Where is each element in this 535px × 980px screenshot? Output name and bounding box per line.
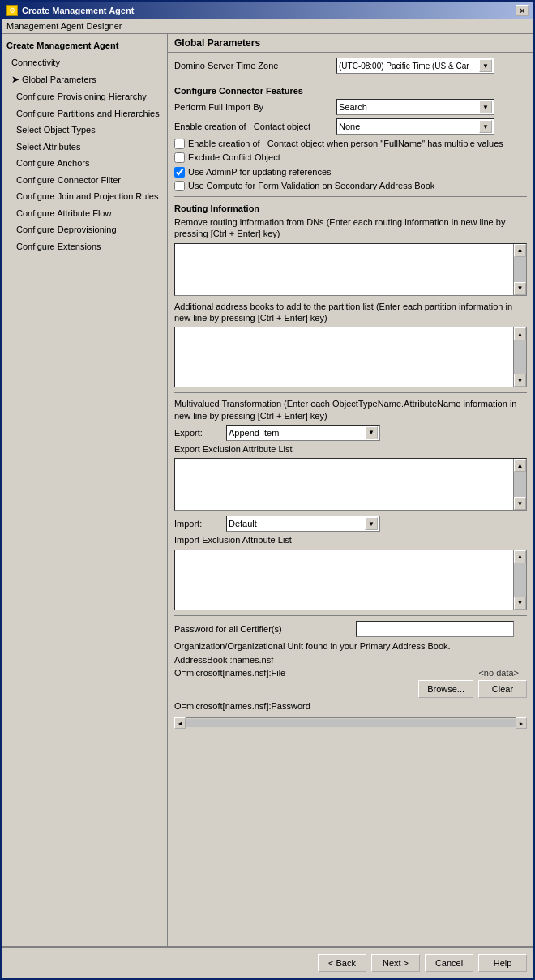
- checkbox1-row: Enable creation of _Contact object when …: [174, 138, 527, 149]
- import-exclusion-scroll-track: [514, 563, 526, 597]
- import-value2: Default: [229, 519, 257, 529]
- routing-desc: Remove routing information from DNs (Ent…: [174, 216, 527, 240]
- import-row2: Import: Default ▼: [174, 516, 527, 532]
- hscroll-track: [186, 719, 516, 727]
- import-label2: Import:: [174, 519, 223, 529]
- routing-title: Routing Information: [174, 203, 527, 213]
- sidebar-item-config-attribute-flow[interactable]: Configure Attribute Flow: [2, 205, 167, 222]
- routing-scroll-track: [514, 257, 526, 282]
- footer: < Back Next > Cancel Help: [2, 946, 533, 978]
- routing-scroll-up[interactable]: ▲: [514, 244, 526, 257]
- contact-row: Enable creation of _Contact object None …: [174, 118, 527, 135]
- tz-dropdown[interactable]: (UTC-08:00) Pacific Time (US & Car ▼: [336, 58, 494, 74]
- content-header: Global Parameters: [168, 34, 533, 53]
- import-dropdown[interactable]: Search ▼: [336, 99, 494, 115]
- window-icon: ⚙: [6, 5, 18, 16]
- sidebar-item-config-join-projection[interactable]: Configure Join and Projection Rules: [2, 188, 167, 205]
- import-exclusion-scroll-up[interactable]: ▲: [514, 550, 526, 563]
- browse-button[interactable]: Browse...: [418, 680, 473, 698]
- checkbox1-label: Enable creation of _Contact object when …: [188, 138, 503, 149]
- file-row: O=microsoft[names.nsf]:File <no data>: [174, 668, 527, 678]
- password-certifier-input[interactable]: [356, 621, 514, 637]
- o-microsoft-password-label: O=microsoft[names.nsf]:Password: [174, 701, 353, 711]
- browse-row: Browse... Clear: [174, 680, 527, 698]
- contact-dropdown-arrow[interactable]: ▼: [479, 120, 492, 133]
- checkbox3-label: Use AdminP for updating references: [188, 166, 332, 178]
- export-exclusion-label: Export Exclusion Attribute List: [174, 443, 527, 455]
- hscroll-bar: ◄ ►: [174, 717, 527, 729]
- sidebar-item-global-params[interactable]: ➤ Global Parameters: [2, 71, 167, 88]
- routing-textarea[interactable]: [175, 244, 513, 293]
- main-layout: Create Management Agent Connectivity ➤ G…: [2, 34, 533, 946]
- contact-dropdown[interactable]: None ▼: [336, 118, 494, 135]
- export-exclusion-scroll-up[interactable]: ▲: [514, 459, 526, 472]
- main-window: ⚙ Create Management Agent ✕ Management A…: [0, 0, 535, 980]
- hscroll-right[interactable]: ►: [516, 717, 527, 729]
- sidebar-item-config-partitions[interactable]: Configure Partitions and Hierarchies: [2, 105, 167, 122]
- contact-value: None: [339, 122, 360, 131]
- export-dropdown-arrow[interactable]: ▼: [365, 426, 378, 439]
- checkbox1-input[interactable]: [174, 139, 185, 149]
- clear-button[interactable]: Clear: [478, 680, 527, 698]
- additional-scroll-down[interactable]: ▼: [514, 374, 526, 387]
- back-button[interactable]: < Back: [318, 954, 366, 972]
- additional-address-desc: Additional address books to add to the p…: [174, 301, 527, 324]
- sidebar-item-config-deprovisioning[interactable]: Configure Deprovisioning: [2, 221, 167, 238]
- import-exclusion-label: Import Exclusion Attribute List: [174, 534, 527, 546]
- password-row2: O=microsoft[names.nsf]:Password: [174, 701, 527, 711]
- sidebar-item-connectivity[interactable]: Connectivity: [2, 54, 167, 71]
- export-dropdown[interactable]: Append Item ▼: [226, 425, 380, 441]
- tz-dropdown-arrow[interactable]: ▼: [479, 59, 492, 72]
- arrow-icon: ➤: [11, 72, 19, 87]
- export-exclusion-scroll-track: [514, 472, 526, 497]
- sidebar-item-config-anchors[interactable]: Configure Anchors: [2, 155, 167, 172]
- checkbox4-input[interactable]: [174, 181, 185, 191]
- sidebar-item-create-ma[interactable]: Create Management Agent: [2, 37, 167, 54]
- tz-label: Domino Server Time Zone: [174, 61, 336, 71]
- cancel-button[interactable]: Cancel: [425, 954, 473, 972]
- multivalued-desc: Multivalued Transformation (Enter each O…: [174, 398, 527, 422]
- additional-address-panel: ▲ ▼: [174, 327, 527, 387]
- import-dropdown2[interactable]: Default ▼: [226, 516, 380, 532]
- routing-scroll-down[interactable]: ▼: [514, 282, 526, 295]
- checkbox4-row: Use Compute for Form Validation on Secon…: [174, 180, 527, 191]
- title-bar: ⚙ Create Management Agent ✕: [2, 2, 533, 19]
- org-unit-desc: Organization/Organizational Unit found i…: [174, 640, 527, 652]
- checkbox3-row: Use AdminP for updating references: [174, 166, 527, 178]
- title-bar-left: ⚙ Create Management Agent: [6, 5, 134, 16]
- additional-address-textarea[interactable]: [175, 327, 513, 385]
- import-value: Search: [339, 102, 367, 112]
- export-exclusion-scroll-down[interactable]: ▼: [514, 497, 526, 510]
- contact-label: Enable creation of _Contact object: [174, 122, 336, 131]
- sidebar-item-select-attributes[interactable]: Select Attributes: [2, 139, 167, 156]
- checkbox3-input[interactable]: [174, 167, 185, 178]
- file-label: O=microsoft[names.nsf]:File: [174, 668, 475, 678]
- checkbox2-input[interactable]: [174, 152, 185, 163]
- no-data-text: <no data>: [478, 668, 519, 678]
- checkbox2-row: Exclude Conflict Object: [174, 152, 527, 163]
- export-row: Export: Append Item ▼: [174, 425, 527, 441]
- import-dropdown-arrow[interactable]: ▼: [479, 101, 492, 113]
- export-exclusion-textarea[interactable]: [175, 459, 513, 508]
- next-button[interactable]: Next >: [371, 954, 420, 972]
- checkbox4-label: Use Compute for Form Validation on Secon…: [188, 180, 434, 191]
- hscroll-left[interactable]: ◄: [174, 717, 186, 729]
- sidebar-item-config-connector-filter[interactable]: Configure Connector Filter: [2, 172, 167, 189]
- sidebar-item-select-object-types[interactable]: Select Object Types: [2, 122, 167, 139]
- tz-value: (UTC-08:00) Pacific Time (US & Car: [339, 62, 469, 71]
- sidebar: Create Management Agent Connectivity ➤ G…: [2, 34, 168, 946]
- sidebar-item-config-provisioning[interactable]: Configure Provisioning Hierarchy: [2, 88, 167, 105]
- import-label: Perform Full Import By: [174, 102, 336, 112]
- import-exclusion-panel: ▲ ▼: [174, 550, 527, 610]
- import-row: Perform Full Import By Search ▼: [174, 99, 527, 115]
- import-exclusion-textarea[interactable]: [175, 550, 513, 608]
- import-exclusion-scroll-down[interactable]: ▼: [514, 597, 526, 610]
- sidebar-item-config-extensions[interactable]: Configure Extensions: [2, 238, 167, 255]
- window-title: Create Management Agent: [22, 6, 134, 15]
- additional-scroll-up[interactable]: ▲: [514, 327, 526, 340]
- subheader-label: Management Agent Designer: [6, 21, 122, 31]
- help-button[interactable]: Help: [478, 954, 527, 972]
- import-dropdown2-arrow[interactable]: ▼: [365, 517, 378, 530]
- close-button[interactable]: ✕: [516, 5, 529, 16]
- routing-panel: ▲ ▼: [174, 243, 527, 296]
